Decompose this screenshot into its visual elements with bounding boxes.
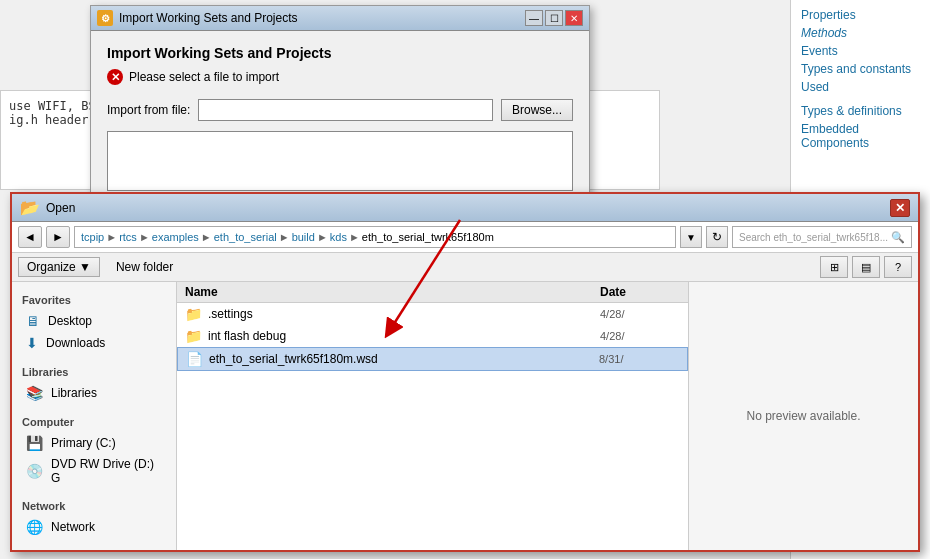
sep6: ► — [349, 231, 360, 243]
file-date-wsd: 8/31/ — [599, 353, 679, 365]
file-entries: 📁 .settings 4/28/ 📁 int flash debug 4/28… — [177, 303, 688, 550]
view-list-button[interactable]: ▤ — [852, 256, 880, 278]
import-dialog-title-text: Import Working Sets and Projects — [119, 11, 298, 25]
sep2: ► — [139, 231, 150, 243]
error-icon: ✕ — [107, 69, 123, 85]
breadcrumb-bar: tcpip ► rtcs ► examples ► eth_to_serial … — [74, 226, 676, 248]
column-date-header: Date — [600, 285, 680, 299]
drive-icon: 💾 — [26, 435, 43, 451]
file-icon-wsd: 📄 — [186, 351, 203, 367]
search-placeholder-text: Search eth_to_serial_twrk65f18... — [739, 232, 888, 243]
network-header: Network — [12, 496, 176, 516]
desktop-icon: 🖥 — [26, 313, 40, 329]
sep5: ► — [317, 231, 328, 243]
left-sidebar: Favorites 🖥 Desktop ⬇ Downloads Librarie… — [12, 282, 177, 550]
sidebar-desktop-label: Desktop — [48, 314, 92, 328]
right-panel-link-embedded[interactable]: Embedded Components — [801, 122, 920, 150]
breadcrumb-build[interactable]: build — [292, 231, 315, 243]
sidebar-item-primary-drive[interactable]: 💾 Primary (C:) — [12, 432, 176, 454]
help-button[interactable]: ? — [884, 256, 912, 278]
libraries-section: Libraries 📚 Libraries — [12, 362, 176, 404]
breadcrumb-rtcs[interactable]: rtcs — [119, 231, 137, 243]
import-dialog-titlebar: ⚙ Import Working Sets and Projects — ☐ ✕ — [91, 6, 589, 31]
right-panel-link-properties[interactable]: Properties — [801, 8, 920, 22]
file-list-area: Name Date 📁 .settings 4/28/ 📁 int flash … — [177, 282, 688, 550]
sep3: ► — [201, 231, 212, 243]
dvd-icon: 💿 — [26, 463, 43, 479]
file-list-header: Name Date — [177, 282, 688, 303]
import-minimize-button[interactable]: — — [525, 10, 543, 26]
toolbar-right: ⊞ ▤ ? — [820, 256, 912, 278]
right-panel-link-used[interactable]: Used — [801, 80, 920, 94]
sidebar-item-desktop[interactable]: 🖥 Desktop — [12, 310, 176, 332]
right-panel-link-types[interactable]: Types and constants — [801, 62, 920, 76]
import-file-row: Import from file: Browse... — [107, 99, 573, 121]
breadcrumb-tcpip[interactable]: tcpip — [81, 231, 104, 243]
sidebar-libraries-label: Libraries — [51, 386, 97, 400]
import-maximize-button[interactable]: ☐ — [545, 10, 563, 26]
import-close-button[interactable]: ✕ — [565, 10, 583, 26]
favorites-header: Favorites — [12, 290, 176, 310]
view-toggle-button[interactable]: ⊞ — [820, 256, 848, 278]
network-section: Network 🌐 Network — [12, 496, 176, 538]
folder-icon-settings: 📁 — [185, 306, 202, 322]
file-date-settings: 4/28/ — [600, 308, 680, 320]
breadcrumb-kds[interactable]: kds — [330, 231, 347, 243]
sidebar-network-label: Network — [51, 520, 95, 534]
network-icon: 🌐 — [26, 519, 43, 535]
import-dialog-title-left: ⚙ Import Working Sets and Projects — [97, 10, 298, 26]
breadcrumb-examples[interactable]: examples — [152, 231, 199, 243]
address-bar: ◄ ► tcpip ► rtcs ► examples ► eth_to_ser… — [12, 222, 918, 253]
open-dialog-title-left: 📂 Open — [20, 198, 75, 217]
import-dialog-header: Import Working Sets and Projects — [107, 45, 573, 61]
column-name-header: Name — [185, 285, 600, 299]
file-entry-wsd[interactable]: 📄 eth_to_serial_twrk65f180m.wsd 8/31/ — [177, 347, 688, 371]
new-folder-button[interactable]: New folder — [108, 258, 181, 276]
open-dialog-titlebar: 📂 Open ✕ — [12, 194, 918, 222]
dialog-main: Favorites 🖥 Desktop ⬇ Downloads Librarie… — [12, 282, 918, 550]
no-preview-text: No preview available. — [746, 409, 860, 423]
import-dialog-icon: ⚙ — [97, 10, 113, 26]
sidebar-primary-label: Primary (C:) — [51, 436, 116, 450]
browse-button[interactable]: Browse... — [501, 99, 573, 121]
file-name-wsd: eth_to_serial_twrk65f180m.wsd — [209, 352, 593, 366]
file-name-settings: .settings — [208, 307, 594, 321]
breadcrumb-eth[interactable]: eth_to_serial — [214, 231, 277, 243]
import-file-input[interactable] — [198, 99, 493, 121]
nav-back-button[interactable]: ◄ — [18, 226, 42, 248]
breadcrumb-current[interactable]: eth_to_serial_twrk65f180m — [362, 231, 494, 243]
import-titlebar-buttons: — ☐ ✕ — [525, 10, 583, 26]
breadcrumb-dropdown-button[interactable]: ▼ — [680, 226, 702, 248]
computer-header: Computer — [12, 412, 176, 432]
preview-area: No preview available. — [688, 282, 918, 550]
sidebar-item-libraries[interactable]: 📚 Libraries — [12, 382, 176, 404]
sidebar-item-dvd-drive[interactable]: 💿 DVD RW Drive (D:) G — [12, 454, 176, 488]
refresh-button[interactable]: ↻ — [706, 226, 728, 248]
right-panel-link-typedef[interactable]: Types & definitions — [801, 104, 920, 118]
open-folder-icon: 📂 — [20, 198, 40, 217]
import-error-message: ✕ Please select a file to import — [107, 69, 573, 85]
import-dialog: ⚙ Import Working Sets and Projects — ☐ ✕… — [90, 5, 590, 214]
file-entry-settings[interactable]: 📁 .settings 4/28/ — [177, 303, 688, 325]
folder-icon-flash: 📁 — [185, 328, 202, 344]
error-text: Please select a file to import — [129, 70, 279, 84]
file-entry-flash[interactable]: 📁 int flash debug 4/28/ — [177, 325, 688, 347]
import-content-area — [107, 131, 573, 191]
libraries-header: Libraries — [12, 362, 176, 382]
open-close-button[interactable]: ✕ — [890, 199, 910, 217]
sidebar-item-network[interactable]: 🌐 Network — [12, 516, 176, 538]
file-date-flash: 4/28/ — [600, 330, 680, 342]
toolbar: Organize ▼ New folder ⊞ ▤ ? — [12, 253, 918, 282]
computer-section: Computer 💾 Primary (C:) 💿 DVD RW Drive (… — [12, 412, 176, 488]
file-name-flash: int flash debug — [208, 329, 594, 343]
search-icon: 🔍 — [891, 231, 905, 244]
import-file-label: Import from file: — [107, 103, 190, 117]
sidebar-item-downloads[interactable]: ⬇ Downloads — [12, 332, 176, 354]
right-panel-link-methods[interactable]: Methods — [801, 26, 920, 40]
search-box[interactable]: Search eth_to_serial_twrk65f18... 🔍 — [732, 226, 912, 248]
right-panel-link-events[interactable]: Events — [801, 44, 920, 58]
organize-button[interactable]: Organize ▼ — [18, 257, 100, 277]
sidebar-dvd-label: DVD RW Drive (D:) G — [51, 457, 166, 485]
nav-forward-button[interactable]: ► — [46, 226, 70, 248]
open-dialog: 📂 Open ✕ ◄ ► tcpip ► rtcs ► examples ► e… — [10, 192, 920, 552]
